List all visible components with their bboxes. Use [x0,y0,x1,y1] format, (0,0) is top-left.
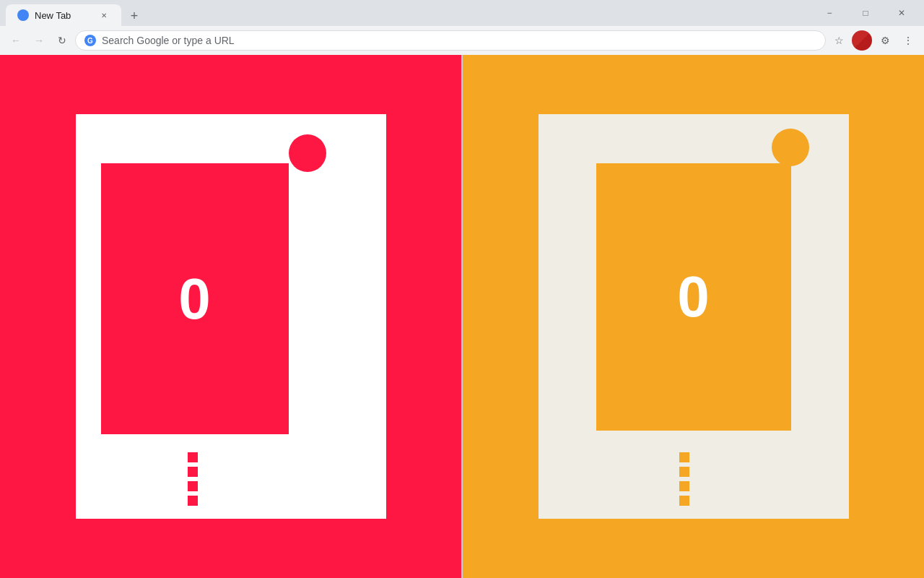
profile-button[interactable] [852,30,872,51]
dash-2-left [188,467,198,477]
panel-right: 0 [463,55,924,578]
inner-frame-left: 0 [76,114,386,519]
address-bar[interactable]: G Search Google or type a URL [75,30,826,51]
tab-favicon [17,9,29,21]
paddle-left [188,452,198,506]
game-area-right: 0 [596,163,791,431]
dash-3-right [679,481,689,491]
refresh-button[interactable]: ↻ [52,30,72,51]
active-tab[interactable]: New Tab ✕ [6,4,121,26]
tab-strip: New Tab ✕ + [6,0,813,26]
address-bar-row: ← → ↻ G Search Google or type a URL ☆ ⚙ … [0,26,924,55]
maximize-button[interactable]: □ [849,0,882,26]
forward-button[interactable]: → [29,30,49,51]
browser-content: 0 [0,55,924,578]
tab-title: New Tab [35,10,92,21]
bookmark-button[interactable]: ☆ [829,30,849,51]
title-bar: New Tab ✕ + − □ ✕ [0,0,924,26]
score-right: 0 [677,268,710,326]
dash-4-left [188,496,198,506]
dash-4-right [679,496,689,506]
ball-left [289,134,326,172]
ball-right [772,129,809,166]
dash-3-left [188,481,198,491]
toolbar-icons: ☆ ⚙ ⋮ [829,30,918,51]
browser-frame: New Tab ✕ + − □ ✕ ← → ↻ G Search Google … [0,0,924,578]
dash-1-left [188,452,198,462]
address-text: Search Google or type a URL [102,35,235,46]
paddle-right [679,452,689,506]
panel-left: 0 [0,55,461,578]
game-area-left: 0 [101,163,289,434]
minimize-button[interactable]: − [813,0,846,26]
back-button[interactable]: ← [6,30,26,51]
dash-1-right [679,452,689,462]
google-icon: G [84,35,96,46]
new-tab-button[interactable]: + [124,6,144,26]
close-button[interactable]: ✕ [885,0,918,26]
game-card-right: 0 [477,69,910,564]
inner-frame-right: 0 [539,114,849,519]
window-controls: − □ ✕ [813,0,918,26]
tab-close-button[interactable]: ✕ [98,9,110,21]
game-card-left: 0 [14,69,447,564]
menu-button[interactable]: ⋮ [898,30,918,51]
extensions-button[interactable]: ⚙ [875,30,895,51]
dash-2-right [679,467,689,477]
score-left: 0 [178,270,211,328]
